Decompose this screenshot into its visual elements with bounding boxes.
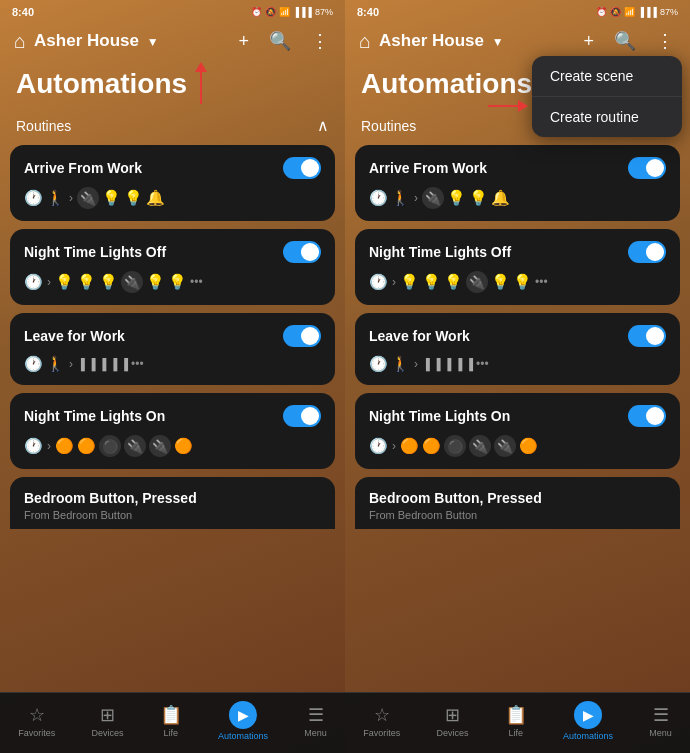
- routine-card-leave-r[interactable]: Leave for Work 🕐 🚶 › ▐ ▐ ▐ ▐ ▐ •••: [355, 313, 680, 385]
- toggle-arrive-r[interactable]: [628, 157, 666, 179]
- icon-b2-r: 💡: [422, 273, 441, 291]
- menu-label-right: Menu: [649, 728, 672, 738]
- menu-icon-right: ☰: [653, 704, 669, 726]
- more-nightoff-r: •••: [535, 275, 548, 289]
- icon-bar4: ▐: [109, 358, 117, 370]
- routine-icons-nighton-r: 🕐 › 🟠 🟠 ⚫ 🔌 🔌 🟠: [369, 435, 666, 457]
- status-time-left: 8:40: [12, 6, 34, 18]
- icon-person2-r: 🚶: [391, 355, 410, 373]
- more-leave-r: •••: [476, 357, 489, 371]
- icon-clock3-r: 🕐: [369, 355, 388, 373]
- routine-card-leave[interactable]: Leave for Work 🕐 🚶 › ▐ ▐ ▐ ▐ ▐ •••: [10, 313, 335, 385]
- arrow-head-left: [195, 62, 207, 72]
- nav-life-left[interactable]: 📋 Life: [152, 702, 190, 740]
- nav-menu-right[interactable]: ☰ Menu: [641, 702, 680, 740]
- icon-clock2-r: 🕐: [369, 273, 388, 291]
- toggle-nighton[interactable]: [283, 405, 321, 427]
- more-button-left[interactable]: ⋮: [309, 28, 331, 54]
- house-name-left[interactable]: Asher House ▼: [34, 31, 228, 51]
- icon-b3-r: 💡: [444, 273, 463, 291]
- routine-sub-bedroom-r: From Bedroom Button: [369, 509, 666, 521]
- caret-right[interactable]: ▼: [492, 35, 504, 49]
- routine-card-arrive[interactable]: Arrive From Work 🕐 🚶 › 🔌 💡 💡 🔔: [10, 145, 335, 221]
- create-routine-item[interactable]: Create routine: [532, 97, 682, 137]
- search-button-right[interactable]: 🔍: [612, 28, 638, 54]
- search-button-left[interactable]: 🔍: [267, 28, 293, 54]
- home-icon-right[interactable]: ⌂: [359, 30, 371, 53]
- nav-automations-right[interactable]: ▶ Automations: [555, 699, 621, 743]
- routine-card-bedroom[interactable]: Bedroom Button, Pressed From Bedroom But…: [10, 477, 335, 529]
- routine-name-bedroom-r: Bedroom Button, Pressed: [369, 490, 542, 506]
- arrow-head-right: [518, 100, 528, 112]
- more-button-right[interactable]: ⋮: [654, 28, 676, 54]
- routine-card-nighton-r[interactable]: Night Time Lights On 🕐 › 🟠 🟠 ⚫ 🔌 🔌 🟠: [355, 393, 680, 469]
- toggle-nightoff[interactable]: [283, 241, 321, 263]
- home-icon-left[interactable]: ⌂: [14, 30, 26, 53]
- nav-devices-right[interactable]: ⊞ Devices: [428, 702, 476, 740]
- favorites-label-left: Favorites: [18, 728, 55, 738]
- routine-card-nightoff-r[interactable]: Night Time Lights Off 🕐 › 💡 💡 💡 🔌 💡 💡 ••…: [355, 229, 680, 305]
- chevron-arrive-r: ›: [414, 191, 418, 205]
- chevron-leave: ›: [69, 357, 73, 371]
- nav-menu-left[interactable]: ☰ Menu: [296, 702, 335, 740]
- status-bar-right: 8:40 ⏰ 🔕 📶 ▐▐▐ 87%: [345, 0, 690, 22]
- status-time-right: 8:40: [357, 6, 379, 18]
- toggle-leave-r[interactable]: [628, 325, 666, 347]
- icon-bn6: 🟠: [174, 437, 193, 455]
- arrow-line-h: [488, 105, 518, 107]
- toggle-nighton-r[interactable]: [628, 405, 666, 427]
- toggle-arrive[interactable]: [283, 157, 321, 179]
- routine-card-nighton[interactable]: Night Time Lights On 🕐 › 🟠 🟠 ⚫ 🔌 🔌 🟠: [10, 393, 335, 469]
- routine-icons-nightoff: 🕐 › 💡 💡 💡 🔌 💡 💡 •••: [24, 271, 321, 293]
- routine-icons-nightoff-r: 🕐 › 💡 💡 💡 🔌 💡 💡 •••: [369, 271, 666, 293]
- routine-name-leave-r: Leave for Work: [369, 328, 470, 344]
- routine-card-bedroom-r[interactable]: Bedroom Button, Pressed From Bedroom But…: [355, 477, 680, 529]
- routine-icons-arrive: 🕐 🚶 › 🔌 💡 💡 🔔: [24, 187, 321, 209]
- icon-b1: 💡: [55, 273, 74, 291]
- icon-plug: 🔌: [77, 187, 99, 209]
- nav-devices-left[interactable]: ⊞ Devices: [83, 702, 131, 740]
- routine-card-nightoff[interactable]: Night Time Lights Off 🕐 › 💡 💡 💡 🔌 💡 💡 ••…: [10, 229, 335, 305]
- routine-header-leave-r: Leave for Work: [369, 325, 666, 347]
- header-left: ⌂ Asher House ▼ + 🔍 ⋮: [0, 22, 345, 62]
- collapse-btn-left[interactable]: ∧: [317, 116, 329, 135]
- devices-label-left: Devices: [91, 728, 123, 738]
- add-button-right[interactable]: +: [581, 29, 596, 54]
- nav-automations-left[interactable]: ▶ Automations: [210, 699, 276, 743]
- status-icons-right: ⏰ 🔕 📶 ▐▐▐ 87%: [596, 7, 678, 17]
- caret-left[interactable]: ▼: [147, 35, 159, 49]
- create-scene-item[interactable]: Create scene: [532, 56, 682, 97]
- life-label-left: Life: [163, 728, 178, 738]
- routine-icons-leave-r: 🕐 🚶 › ▐ ▐ ▐ ▐ ▐ •••: [369, 355, 666, 373]
- routine-header-leave: Leave for Work: [24, 325, 321, 347]
- icon-bar4-r: ▐: [454, 358, 462, 370]
- routine-name-nightoff: Night Time Lights Off: [24, 244, 166, 260]
- add-button-left[interactable]: +: [236, 29, 251, 54]
- nav-life-right[interactable]: 📋 Life: [497, 702, 535, 740]
- menu-label-left: Menu: [304, 728, 327, 738]
- icon-bar2: ▐: [88, 358, 96, 370]
- silent-icon-r: 🔕: [610, 7, 621, 17]
- icon-b6-r: 💡: [513, 273, 532, 291]
- icon-bn5-r: 🔌: [494, 435, 516, 457]
- routine-card-arrive-r[interactable]: Arrive From Work 🕐 🚶 › 🔌 💡 💡 🔔: [355, 145, 680, 221]
- toggle-nightoff-r[interactable]: [628, 241, 666, 263]
- favorites-icon-left: ☆: [29, 704, 45, 726]
- icon-bar3-r: ▐: [444, 358, 452, 370]
- icon-bn4: 🔌: [124, 435, 146, 457]
- icon-clock2: 🕐: [24, 273, 43, 291]
- wifi-icon: 📶: [279, 7, 290, 17]
- nav-favorites-right[interactable]: ☆ Favorites: [355, 702, 408, 740]
- nav-favorites-left[interactable]: ☆ Favorites: [10, 702, 63, 740]
- house-name-right[interactable]: Asher House ▼: [379, 31, 573, 51]
- icon-clock: 🕐: [24, 189, 43, 207]
- routine-name-arrive-r: Arrive From Work: [369, 160, 487, 176]
- chevron-nightoff: ›: [47, 275, 51, 289]
- toggle-leave[interactable]: [283, 325, 321, 347]
- bottom-nav-right: ☆ Favorites ⊞ Devices 📋 Life ▶ Automatio…: [345, 692, 690, 753]
- icon-b6: 💡: [168, 273, 187, 291]
- favorites-label-right: Favorites: [363, 728, 400, 738]
- icon-person: 🚶: [46, 189, 65, 207]
- icon-bn3: ⚫: [99, 435, 121, 457]
- icon-bn2: 🟠: [77, 437, 96, 455]
